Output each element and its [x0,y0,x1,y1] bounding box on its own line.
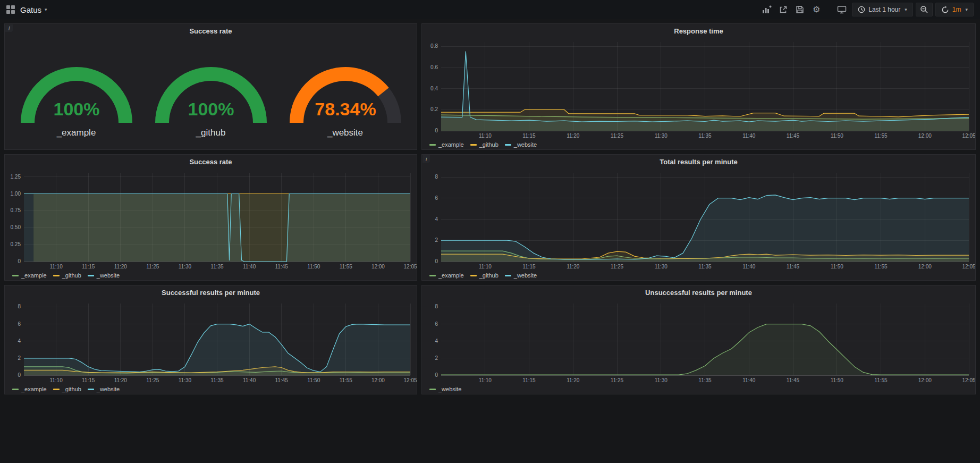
legend-item-_website[interactable]: _website [88,386,120,392]
panel-title[interactable]: Success rate [5,155,417,169]
svg-text:11:20: 11:20 [114,264,128,270]
save-icon [796,5,804,14]
success-rate-chart[interactable]: 00.250.500.751.001.2511:1011:1511:2011:2… [5,169,417,271]
svg-text:11:45: 11:45 [787,264,800,270]
svg-text:11:15: 11:15 [522,133,536,139]
svg-text:12:00: 12:00 [918,264,932,270]
legend-item-_website[interactable]: _website [429,386,461,392]
legend-item-_website[interactable]: _website [88,272,120,279]
chart-legend: _example_github_website [422,140,975,149]
legend-item-_github[interactable]: _github [53,386,81,392]
gauge-_github: 100%_github [145,49,277,138]
svg-text:0: 0 [435,372,438,378]
legend-item-_github[interactable]: _github [53,272,81,279]
svg-text:11:40: 11:40 [243,264,256,270]
svg-text:11:20: 11:20 [567,264,580,270]
chevron-down-icon: ▾ [45,7,47,12]
svg-text:0: 0 [18,258,21,264]
successful-results-chart[interactable]: 0246811:1011:1511:2011:2511:3011:3511:40… [5,299,417,384]
svg-text:11:10: 11:10 [479,377,492,383]
svg-text:4: 4 [435,338,438,344]
legend-item-_example[interactable]: _example [429,272,464,279]
chart-legend: _example_github_website [422,271,975,280]
svg-text:12:00: 12:00 [371,377,385,383]
svg-text:11:15: 11:15 [522,264,536,270]
zoom-out-button[interactable] [916,3,933,16]
svg-text:11:30: 11:30 [655,377,668,383]
response-time-chart[interactable]: 00.20.40.60.811:1011:1511:2011:2511:3011… [422,38,975,140]
svg-text:8: 8 [435,304,438,309]
svg-text:11:10: 11:10 [479,264,492,270]
add-panel-button[interactable] [759,3,774,16]
share-icon [779,5,788,14]
svg-text:11:45: 11:45 [787,133,800,139]
svg-text:11:15: 11:15 [82,377,95,383]
panel-unsuccessful-results: Unsuccessful results per minute 0246811:… [421,285,976,394]
svg-text:11:40: 11:40 [243,377,256,383]
legend-item-_github[interactable]: _github [470,272,499,279]
dashboard-title: Gatus [20,5,41,14]
share-button[interactable] [776,3,791,16]
svg-text:2: 2 [435,237,438,243]
svg-text:8: 8 [435,174,438,180]
svg-text:11:30: 11:30 [655,133,668,139]
legend-item-_website[interactable]: _website [505,272,537,279]
svg-text:11:50: 11:50 [307,377,320,383]
svg-text:11:10: 11:10 [479,133,492,139]
svg-text:0.2: 0.2 [430,106,438,112]
tv-mode-button[interactable] [834,3,849,16]
apps-grid-icon[interactable] [6,5,15,14]
legend-item-_website[interactable]: _website [505,141,537,148]
panel-title[interactable]: Unsuccessful results per minute [422,285,975,299]
svg-text:11:40: 11:40 [742,133,756,139]
svg-text:0.8: 0.8 [430,43,438,49]
gauge-arc: 100% [145,49,277,127]
legend-item-_example[interactable]: _example [12,386,47,392]
svg-text:8: 8 [18,304,21,309]
total-results-chart[interactable]: 0246811:1011:1511:2011:2511:3011:3511:40… [422,169,975,271]
panel-total-results: i Total results per minute 0246811:1011:… [421,154,976,281]
svg-text:11:50: 11:50 [831,133,844,139]
panel-info-icon[interactable]: i [5,24,13,32]
gauge-row: 100%_example100%_github78.34%_website [5,38,417,149]
zoom-out-icon [920,5,928,14]
svg-text:12:05: 12:05 [403,264,417,270]
svg-text:12:00: 12:00 [918,377,932,383]
svg-text:0.25: 0.25 [11,241,21,247]
navbar-actions: ⚙ Last 1 hour ▾ [759,3,974,16]
svg-text:11:15: 11:15 [82,264,95,270]
svg-text:11:25: 11:25 [611,133,624,139]
panel-title[interactable]: Success rate [5,24,417,38]
svg-text:0.50: 0.50 [11,224,21,230]
time-range-label: Last 1 hour [868,6,900,13]
panel-title[interactable]: Successful results per minute [5,285,417,299]
save-button[interactable] [792,3,807,16]
svg-text:11:40: 11:40 [742,264,756,270]
panel-success-rate-timeseries: Success rate 00.250.500.751.001.2511:101… [4,154,417,281]
svg-text:0.6: 0.6 [430,64,438,70]
navbar: Gatus ▾ ⚙ [0,0,980,19]
svg-text:11:35: 11:35 [698,133,712,139]
svg-text:6: 6 [435,195,438,201]
svg-text:11:50: 11:50 [831,264,844,270]
svg-text:11:10: 11:10 [49,377,63,383]
settings-button[interactable]: ⚙ [809,3,824,16]
legend-item-_github[interactable]: _github [470,141,499,148]
refresh-picker[interactable]: 1m ▾ [935,3,974,16]
svg-text:11:25: 11:25 [146,264,159,270]
gauge-label: _website [327,128,363,138]
unsuccessful-results-chart[interactable]: 0246811:1011:1511:2011:2511:3011:3511:40… [422,299,975,384]
refresh-interval-label: 1m [952,6,961,13]
legend-item-_example[interactable]: _example [429,141,464,148]
panel-title[interactable]: Response time [422,24,975,38]
legend-item-_example[interactable]: _example [12,272,47,279]
svg-text:11:25: 11:25 [146,377,159,383]
chart-legend: _example_github_website [5,271,417,280]
panel-response-time: Response time 00.20.40.60.811:1011:1511:… [421,23,976,150]
panel-info-icon[interactable]: i [423,155,430,163]
time-range-picker[interactable]: Last 1 hour ▾ [852,3,913,16]
svg-text:11:55: 11:55 [874,264,888,270]
gauge-label: _example [57,128,96,138]
panel-title[interactable]: Total results per minute [422,155,975,169]
dashboard-title-dropdown[interactable]: Gatus ▾ [20,5,47,14]
